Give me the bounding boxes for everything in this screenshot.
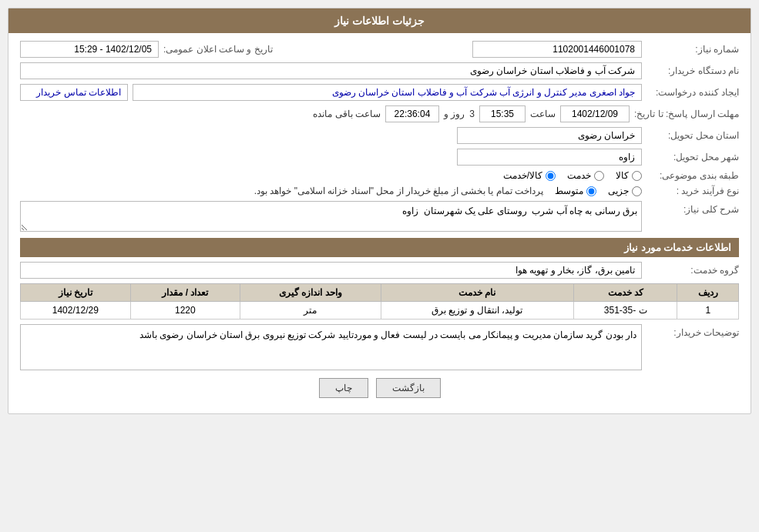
print-button[interactable]: چاپ: [319, 378, 368, 398]
table-cell: ت -35-351: [573, 302, 677, 320]
category-label: طبقه بندی موضوعی:: [646, 170, 739, 181]
services-section-header: اطلاعات خدمات مورد نیاز: [20, 238, 739, 257]
service-group-value: تامین برق، گاز، بخار و تهویه هوا: [20, 262, 642, 279]
services-table: ردیف کد خدمت نام خدمت واحد اندازه گیری ت…: [20, 283, 739, 320]
announce-date-value: 1402/12/05 - 15:29: [20, 41, 159, 58]
category-kala-khadamat-option[interactable]: کالا/خدمت: [503, 170, 556, 181]
process-mottasat-radio[interactable]: [586, 186, 596, 196]
contact-info-link[interactable]: اطلاعات تماس خریدار: [20, 84, 128, 101]
need-number-label: شماره نیاز:: [646, 44, 739, 55]
category-khadamat-option[interactable]: خدمت: [567, 170, 604, 181]
process-jozvi-option[interactable]: جزیی: [608, 186, 642, 196]
buyer-org-label: نام دستگاه خریدار:: [646, 65, 739, 76]
category-kala-khadamat-label: کالا/خدمت: [503, 170, 542, 181]
time-label: ساعت: [530, 109, 556, 119]
table-row: 1ت -35-351تولید، انتقال و توزیع برقمتر12…: [21, 302, 739, 320]
category-kala-khadamat-radio[interactable]: [546, 171, 556, 181]
buyer-notes-label: توضیحات خریدار:: [646, 324, 739, 338]
announce-date-label: تاریخ و ساعت اعلان عمومی:: [163, 44, 273, 55]
city-value: زاوه: [457, 149, 642, 166]
col-header-row: ردیف: [677, 284, 739, 302]
table-cell: 1: [677, 302, 739, 320]
need-desc-label: شرح کلی نیاز:: [646, 201, 739, 215]
reply-deadline-label: مهلت ارسال پاسخ: تا تاریخ:: [634, 109, 739, 119]
category-khadamat-label: خدمت: [567, 170, 591, 181]
need-desc-textarea: [20, 201, 642, 232]
buyer-org-value: شرکت آب و فاضلاب استان خراسان رضوی: [20, 62, 642, 79]
day-value: 3: [469, 109, 475, 119]
category-khadamat-radio[interactable]: [594, 171, 604, 181]
reply-date-value: 1402/12/09: [560, 105, 630, 122]
process-desc: پرداخت تمام یا بخشی از مبلغ خریدار از مح…: [254, 186, 543, 196]
page-title: جزئیات اطلاعات نیاز: [8, 8, 751, 33]
category-kala-option[interactable]: کالا: [616, 170, 642, 181]
process-mottasat-option[interactable]: متوسط: [555, 186, 596, 196]
day-unit-label: روز و: [444, 109, 465, 119]
city-label: شهر محل تحویل:: [646, 152, 739, 162]
province-label: استان محل تحویل:: [646, 130, 739, 141]
process-jozvi-radio[interactable]: [632, 186, 642, 196]
buyer-notes-box: دار بودن گرید سازمان مدیریت و پیمانکار م…: [20, 324, 642, 370]
category-kala-radio[interactable]: [632, 171, 642, 181]
process-jozvi-label: جزیی: [608, 186, 629, 196]
service-group-label: گروه خدمت:: [646, 265, 739, 276]
category-kala-label: کالا: [616, 170, 629, 181]
back-button[interactable]: بازگشت: [376, 378, 441, 398]
creator-label: ایجاد کننده درخواست:: [646, 87, 739, 98]
process-label: نوع فرآیند خرید :: [646, 186, 739, 196]
button-row: بازگشت چاپ: [20, 378, 739, 406]
col-header-unit: واحد اندازه گیری: [240, 284, 381, 302]
col-header-code: کد خدمت: [573, 284, 677, 302]
remaining-label: ساعت باقی مانده: [313, 109, 381, 119]
need-number-value: 1102001446001078: [472, 41, 642, 58]
services-table-section: ردیف کد خدمت نام خدمت واحد اندازه گیری ت…: [20, 283, 739, 320]
col-header-qty: تعداد / مقدار: [130, 284, 240, 302]
reply-time-value: 15:35: [479, 105, 526, 122]
province-value: خراسان رضوی: [457, 127, 642, 144]
table-cell: متر: [240, 302, 381, 320]
process-mottasat-label: متوسط: [555, 186, 583, 196]
col-header-name: نام خدمت: [381, 284, 573, 302]
col-header-date: تاریخ نیاز: [21, 284, 131, 302]
table-cell: 1220: [130, 302, 240, 320]
creator-value: جواد اصغری مدیر کنترل و انرژی آب شرکت آب…: [133, 84, 642, 101]
countdown-value: 22:36:04: [385, 105, 439, 122]
table-cell: 1402/12/29: [21, 302, 131, 320]
table-cell: تولید، انتقال و توزیع برق: [381, 302, 573, 320]
